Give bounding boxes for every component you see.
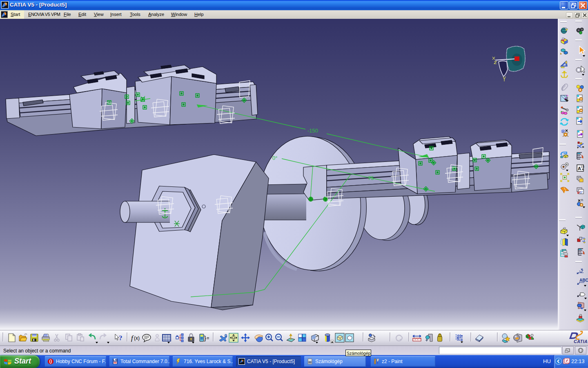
svg-text:-150: -150 [307, 128, 318, 134]
svg-text:(x): (x) [134, 335, 140, 341]
svg-text:n: n [581, 198, 583, 202]
svg-text:0°: 0° [272, 155, 277, 161]
svg-text:ABC: ABC [579, 278, 588, 283]
svg-text:75: 75 [368, 175, 374, 181]
svg-text:=: = [207, 336, 209, 341]
svg-text:f: f [131, 334, 134, 342]
svg-text:15: 15 [581, 165, 584, 168]
svg-text:?: ? [119, 334, 122, 342]
svg-text:CATIA: CATIA [574, 339, 588, 344]
svg-text:}: } [204, 334, 206, 341]
